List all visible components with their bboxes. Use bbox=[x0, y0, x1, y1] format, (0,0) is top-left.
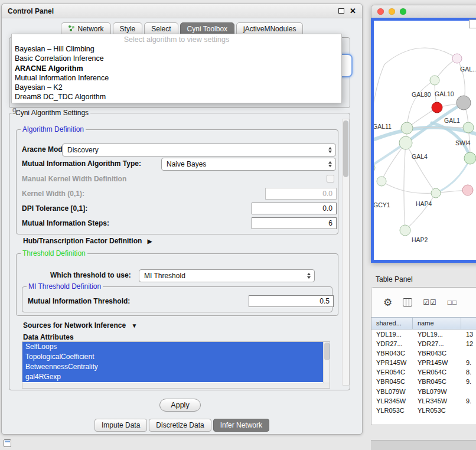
algorithm-option-aracne-algorithm[interactable]: ARACNE Algorithm bbox=[12, 64, 341, 73]
minimize-traffic-light[interactable] bbox=[389, 8, 395, 15]
deselect-all-checkboxes-icon[interactable]: □□ bbox=[448, 298, 458, 306]
node-label: GAL10 bbox=[435, 90, 454, 97]
network-edge[interactable] bbox=[407, 80, 435, 128]
table-row[interactable]: YER054CYER054C8. bbox=[371, 368, 476, 377]
aracne-mode-select[interactable]: Discovery bbox=[62, 144, 336, 156]
algorithm-option-basic-correlation-inference[interactable]: Basic Correlation Inference bbox=[12, 54, 341, 63]
network-window-titlebar[interactable] bbox=[371, 5, 476, 18]
node-label: GAL11 bbox=[374, 123, 392, 130]
gear-icon[interactable]: ⚙ bbox=[383, 296, 392, 309]
network-view-window: GAL...GAL80GAL10GAL11GAL1SWI4GAL4GCY1HAP… bbox=[371, 5, 476, 263]
network-node[interactable] bbox=[431, 188, 441, 198]
table-row[interactable]: YBL079WYBL079W bbox=[371, 387, 476, 396]
attributes-vscrollbar[interactable] bbox=[323, 342, 330, 383]
network-canvas[interactable]: GAL...GAL80GAL10GAL11GAL1SWI4GAL4GCY1HAP… bbox=[374, 21, 476, 260]
table-row[interactable]: YLR053CYLR053C bbox=[371, 406, 476, 416]
network-node[interactable] bbox=[462, 185, 473, 195]
algorithm-option-bayesian-k2[interactable]: Bayesian – K2 bbox=[12, 83, 341, 92]
control-panel-titlebar[interactable]: Control Panel ✕ bbox=[2, 4, 362, 18]
network-edge[interactable] bbox=[406, 143, 436, 193]
settings-scrollbar[interactable] bbox=[342, 119, 350, 386]
minimized-panel-icon[interactable] bbox=[4, 439, 11, 447]
which-threshold-select[interactable]: MI Threshold bbox=[139, 269, 315, 282]
combo-arrows-icon bbox=[307, 273, 311, 279]
apply-button[interactable]: Apply bbox=[159, 399, 201, 412]
column-header[interactable]: shared... bbox=[371, 318, 413, 329]
algorithm-option-dream8-dc-tdc-algorithm[interactable]: Dream8 DC_TDC Algorithm bbox=[12, 92, 341, 102]
bottom-tab-infer-network[interactable]: Infer Network bbox=[213, 419, 269, 432]
table-cell: YLR345W bbox=[413, 396, 461, 406]
table-cell: YPR145W bbox=[371, 358, 413, 368]
scrollbar-thumb[interactable] bbox=[343, 120, 348, 177]
network-edge[interactable] bbox=[405, 193, 436, 230]
network-edge[interactable] bbox=[384, 48, 457, 64]
mi-type-select[interactable]: Naive Bayes bbox=[161, 158, 336, 171]
tab-label: jActiveMNodules bbox=[243, 25, 296, 33]
data-attributes-list[interactable]: SelfLoopsTopologicalCoefficientBetweenne… bbox=[22, 341, 330, 389]
attribute-item-gal4rgexp[interactable]: gal4RGexp bbox=[22, 372, 323, 382]
dpi-tolerance-field[interactable]: 0.0 bbox=[252, 203, 337, 214]
algorithm-option-bayesian-hill-climbing[interactable]: Bayesian – Hill Climbing bbox=[12, 44, 341, 54]
collapsed-arrow-icon[interactable]: ▶ bbox=[148, 238, 152, 244]
network-node[interactable] bbox=[430, 76, 439, 85]
node-label: HAP2 bbox=[412, 236, 428, 243]
which-threshold-value: MI Threshold bbox=[144, 272, 302, 280]
column-header[interactable] bbox=[461, 318, 476, 329]
mi-threshold-field[interactable]: 0.5 bbox=[249, 295, 334, 307]
bottom-tab-impute-data[interactable]: Impute Data bbox=[94, 419, 147, 432]
network-node[interactable] bbox=[400, 225, 410, 236]
columns-icon[interactable] bbox=[403, 298, 412, 306]
network-node[interactable] bbox=[401, 122, 413, 134]
status-bar bbox=[371, 440, 476, 450]
dropdown-items: Bayesian – Hill ClimbingBasic Correlatio… bbox=[12, 44, 341, 102]
table-cell: YER054C bbox=[413, 368, 461, 377]
column-header[interactable]: name bbox=[413, 318, 461, 329]
node-label: SWI4 bbox=[455, 139, 471, 146]
close-icon[interactable]: ✕ bbox=[350, 7, 356, 15]
network-node[interactable] bbox=[399, 136, 412, 149]
tab-label: Infer Network bbox=[220, 421, 262, 429]
manual-kernel-checkbox[interactable] bbox=[327, 175, 334, 182]
table-cell: YLR053C bbox=[371, 406, 413, 416]
network-edge[interactable] bbox=[382, 181, 436, 193]
canvas-corner-widget[interactable] bbox=[469, 19, 476, 28]
combo-arrows-icon bbox=[328, 161, 332, 167]
table-cell: 9. bbox=[461, 358, 476, 368]
network-edge[interactable] bbox=[404, 143, 406, 230]
attributes-hscrollbar[interactable] bbox=[22, 383, 330, 388]
mi-type-label: Mutual Information Algorithm Type: bbox=[22, 159, 141, 168]
table-row[interactable]: YBR045CYBR045C9. bbox=[371, 377, 476, 387]
close-traffic-light[interactable] bbox=[377, 8, 384, 15]
network-node[interactable] bbox=[432, 102, 442, 113]
bottom-tab-discretize-data[interactable]: Discretize Data bbox=[149, 419, 211, 432]
table-cell: YPR145W bbox=[413, 358, 461, 368]
table-cell bbox=[461, 348, 476, 358]
table-row[interactable]: YBR043CYBR043C bbox=[371, 348, 476, 358]
float-window-icon[interactable] bbox=[338, 8, 344, 14]
kernel-width-field[interactable]: 0.0 bbox=[265, 188, 337, 200]
dpi-tolerance-label: DPI Tolerance [0,1]: bbox=[22, 204, 87, 213]
table-row[interactable]: YLR345WYLR345W9. bbox=[371, 396, 476, 406]
hub-section-toggle[interactable]: Hub/Transcription Factor Definition ▶ bbox=[23, 237, 152, 245]
network-icon bbox=[68, 25, 75, 34]
mi-steps-field[interactable]: 6 bbox=[252, 217, 337, 229]
network-node[interactable] bbox=[457, 96, 471, 110]
zoom-traffic-light[interactable] bbox=[400, 8, 406, 15]
table-row[interactable]: YDR27...YDR27...12 bbox=[371, 339, 476, 348]
table-row[interactable]: YPR145WYPR145W9. bbox=[371, 358, 476, 368]
network-edge[interactable] bbox=[382, 143, 406, 181]
expanded-arrow-icon[interactable]: ▼ bbox=[131, 322, 137, 329]
sources-section-toggle[interactable]: Sources for Network Inference ▼ bbox=[23, 321, 137, 330]
select-all-checkboxes-icon[interactable]: ☑☑ bbox=[423, 298, 437, 306]
algorithm-option-mutual-information-inference[interactable]: Mutual Information Inference bbox=[12, 73, 341, 83]
network-node[interactable] bbox=[377, 177, 386, 186]
table-cell: YLR345W bbox=[371, 396, 413, 406]
network-node[interactable] bbox=[463, 122, 474, 133]
attribute-item-betweennesscentrality[interactable]: BetweennessCentrality bbox=[22, 362, 323, 372]
network-node[interactable] bbox=[452, 54, 462, 63]
table-row[interactable]: YDL19...YDL19...13 bbox=[371, 330, 476, 339]
bottom-tab-bar: Impute DataDiscretize DataInfer Network bbox=[2, 419, 362, 432]
attribute-item-selfloops[interactable]: SelfLoops bbox=[22, 342, 323, 352]
attribute-item-topologicalcoefficient[interactable]: TopologicalCoefficient bbox=[22, 352, 323, 362]
network-node[interactable] bbox=[464, 152, 476, 164]
